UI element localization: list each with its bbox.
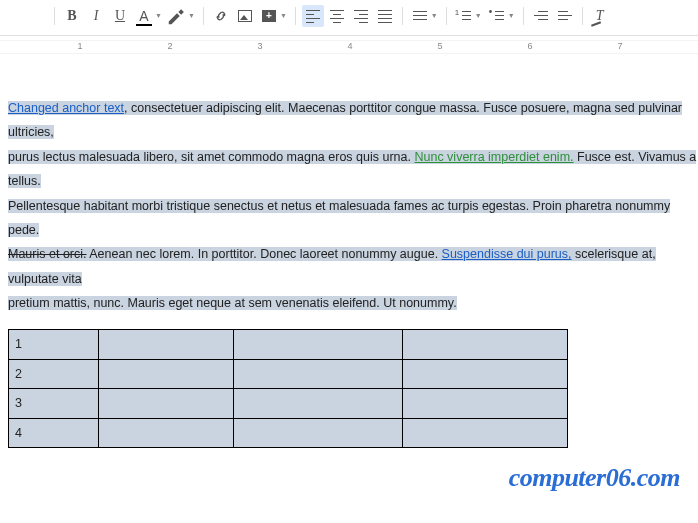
ruler-mark: 5 — [437, 41, 442, 51]
table-cell[interactable] — [403, 359, 568, 388]
dropdown-caret-icon[interactable]: ▼ — [155, 12, 162, 19]
separator — [54, 7, 55, 25]
clear-formatting-button[interactable]: T — [589, 5, 611, 27]
insert-link-button[interactable] — [210, 5, 232, 27]
dropdown-caret-icon[interactable]: ▼ — [475, 12, 482, 19]
numbered-list-button[interactable] — [453, 5, 475, 27]
align-left-icon — [306, 10, 320, 22]
table-cell[interactable] — [233, 418, 403, 447]
decrease-indent-icon — [534, 10, 548, 22]
hyperlink-suspendisse[interactable]: Suspendisse dui purus, — [442, 247, 572, 261]
document-table[interactable]: 1 2 3 4 — [8, 329, 568, 448]
table-cell[interactable] — [403, 330, 568, 359]
table-row[interactable]: 4 — [9, 418, 568, 447]
table-row[interactable]: 2 — [9, 359, 568, 388]
align-right-icon — [354, 10, 368, 22]
align-justify-icon — [378, 10, 392, 22]
align-center-button[interactable] — [326, 5, 348, 27]
separator — [582, 7, 583, 25]
insert-image-button[interactable] — [234, 5, 256, 27]
hyperlink-changed-anchor[interactable]: Changed anchor text — [8, 101, 124, 115]
table-cell[interactable] — [233, 389, 403, 418]
ruler-mark: 6 — [527, 41, 532, 51]
table-cell[interactable] — [233, 359, 403, 388]
formatting-toolbar: B I U A ▼ ▼ + ▼ ▼ ▼ ▼ T — [0, 0, 698, 36]
plus-box-icon: + — [262, 10, 276, 22]
line-spacing-button[interactable] — [409, 5, 431, 27]
decrease-indent-button[interactable] — [530, 5, 552, 27]
separator — [523, 7, 524, 25]
align-center-icon — [330, 10, 344, 22]
ruler-mark: 1 — [77, 41, 82, 51]
table-cell[interactable] — [98, 330, 233, 359]
strikethrough-text: Mauris et orci. — [8, 247, 87, 261]
increase-indent-button[interactable] — [554, 5, 576, 27]
body-text: Pellentesque habitant morbi tristique se… — [8, 199, 670, 237]
body-text: pretium mattis, nunc. Mauris eget neque … — [8, 296, 457, 310]
align-justify-button[interactable] — [374, 5, 396, 27]
insert-button[interactable]: + — [258, 5, 280, 27]
table-cell[interactable] — [98, 389, 233, 418]
separator — [203, 7, 204, 25]
ruler-mark: 3 — [257, 41, 262, 51]
body-text: Aenean nec lorem. In porttitor. Donec la… — [87, 247, 442, 261]
highlight-color-button[interactable] — [166, 5, 188, 27]
align-left-button[interactable] — [302, 5, 324, 27]
table-cell[interactable]: 1 — [9, 330, 99, 359]
ruler-ticks: 1 2 3 4 5 6 7 — [0, 40, 698, 54]
underline-button[interactable]: U — [109, 5, 131, 27]
text-color-button[interactable]: A — [133, 5, 155, 27]
table-cell[interactable] — [98, 359, 233, 388]
table-cell[interactable] — [403, 418, 568, 447]
bulleted-list-button[interactable] — [486, 5, 508, 27]
align-right-button[interactable] — [350, 5, 372, 27]
table-row[interactable]: 1 — [9, 330, 568, 359]
hyperlink-green[interactable]: Nunc viverra imperdiet enim. — [414, 150, 573, 164]
separator — [402, 7, 403, 25]
table-row[interactable]: 3 — [9, 389, 568, 418]
dropdown-caret-icon[interactable]: ▼ — [508, 12, 515, 19]
document-body[interactable]: Changed anchor text, consectetuer adipis… — [0, 56, 698, 448]
table-cell[interactable] — [233, 330, 403, 359]
line-spacing-icon — [413, 10, 427, 22]
ruler[interactable]: 1 2 3 4 5 6 7 — [0, 36, 698, 56]
table-cell[interactable]: 4 — [9, 418, 99, 447]
ruler-mark: 2 — [167, 41, 172, 51]
bold-button[interactable]: B — [61, 5, 83, 27]
table-cell[interactable] — [403, 389, 568, 418]
table-cell[interactable] — [98, 418, 233, 447]
ruler-mark: 4 — [347, 41, 352, 51]
dropdown-caret-icon[interactable]: ▼ — [280, 12, 287, 19]
link-icon — [214, 9, 228, 23]
italic-button[interactable]: I — [85, 5, 107, 27]
highlighter-icon — [166, 5, 188, 27]
separator — [295, 7, 296, 25]
bulleted-list-icon — [490, 10, 504, 22]
separator — [446, 7, 447, 25]
increase-indent-icon — [558, 10, 572, 22]
ruler-mark: 7 — [617, 41, 622, 51]
table-cell[interactable]: 3 — [9, 389, 99, 418]
table-cell[interactable]: 2 — [9, 359, 99, 388]
numbered-list-icon — [457, 10, 471, 22]
watermark-text: computer06.com — [509, 463, 680, 493]
image-icon — [238, 10, 252, 22]
body-text: purus lectus malesuada libero, sit amet … — [8, 150, 414, 164]
dropdown-caret-icon[interactable]: ▼ — [188, 12, 195, 19]
dropdown-caret-icon[interactable]: ▼ — [431, 12, 438, 19]
